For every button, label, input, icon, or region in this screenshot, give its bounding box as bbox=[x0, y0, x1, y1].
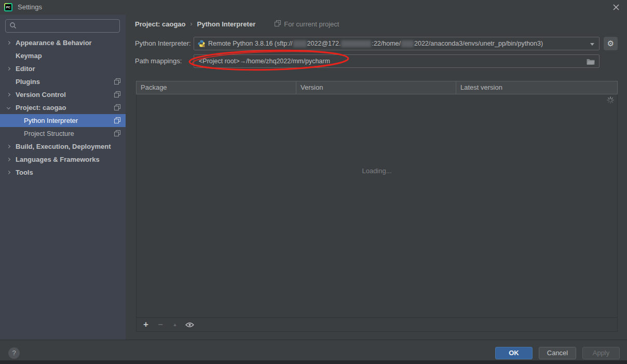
sidebar-item-label: Tools bbox=[16, 169, 33, 176]
remote-python-icon: R bbox=[198, 40, 205, 47]
settings-dialog: PC Settings Appearance & Behavior Keymap… bbox=[0, 0, 627, 364]
title-bar: PC Settings bbox=[0, 0, 627, 15]
sidebar-item-tools[interactable]: Tools bbox=[0, 166, 126, 179]
add-package-icon[interactable]: + bbox=[142, 320, 150, 329]
scope-indicator: For current project bbox=[275, 20, 339, 28]
breadcrumb-project: Project: caogao bbox=[135, 20, 186, 28]
gear-icon[interactable]: ⚙ bbox=[604, 37, 618, 50]
breadcrumb-page: Python Interpreter bbox=[197, 20, 256, 28]
browse-folder-icon[interactable] bbox=[587, 59, 595, 66]
sidebar-item-label: Project Structure bbox=[24, 130, 74, 137]
sidebar-item-appearance-behavior[interactable]: Appearance & Behavior bbox=[0, 36, 126, 49]
interpreter-value: Remote Python 3.8.16 (sftp://2022@172.:2… bbox=[208, 40, 543, 47]
sidebar-item-label: Project: caogao bbox=[16, 104, 66, 111]
chevron-right-icon bbox=[7, 93, 16, 96]
show-early-releases-icon[interactable] bbox=[185, 320, 194, 329]
redacted-text bbox=[401, 40, 414, 47]
redacted-text bbox=[293, 40, 307, 47]
scope-label: For current project bbox=[284, 20, 339, 28]
sidebar-item-editor[interactable]: Editor bbox=[0, 62, 126, 75]
project-scope-icon bbox=[114, 78, 120, 85]
loading-spinner-icon bbox=[607, 96, 614, 105]
sidebar-item-languages-frameworks[interactable]: Languages & Frameworks bbox=[0, 153, 126, 166]
column-header-latest-version[interactable]: Latest version bbox=[456, 81, 617, 94]
loading-status: Loading... bbox=[137, 167, 617, 175]
breadcrumb: Project: caogao › Python Interpreter For… bbox=[135, 19, 339, 29]
sidebar-item-label: Languages & Frameworks bbox=[16, 156, 100, 163]
project-scope-icon bbox=[114, 104, 120, 110]
search-icon bbox=[9, 22, 17, 31]
window-bottom-edge bbox=[0, 360, 627, 364]
settings-sidebar: Appearance & Behavior Keymap Editor Plug… bbox=[0, 15, 126, 340]
packages-table: Package Version Latest version Loading..… bbox=[136, 81, 618, 332]
chevron-right-icon bbox=[7, 41, 16, 44]
sidebar-item-keymap[interactable]: Keymap bbox=[0, 49, 126, 62]
sidebar-item-label: Build, Execution, Deployment bbox=[16, 143, 111, 150]
dropdown-arrow-icon bbox=[590, 43, 594, 46]
path-mappings-label: Path mappings: bbox=[135, 54, 182, 68]
path-mappings-value: <Project root>→/home/zhq2022/mm/pycharm bbox=[199, 58, 330, 65]
interpreter-label: Python Interpreter: bbox=[135, 37, 191, 50]
python-interpreter-panel: Project: caogao › Python Interpreter For… bbox=[126, 15, 627, 340]
column-header-version[interactable]: Version bbox=[296, 81, 456, 94]
cancel-button[interactable]: Cancel bbox=[539, 347, 576, 359]
search-input[interactable] bbox=[5, 19, 120, 33]
sidebar-item-version-control[interactable]: Version Control bbox=[0, 88, 126, 101]
apply-button[interactable]: Apply bbox=[582, 347, 620, 359]
upgrade-package-icon[interactable]: ▲ bbox=[171, 322, 179, 327]
ok-button[interactable]: OK bbox=[495, 347, 533, 359]
close-icon[interactable] bbox=[611, 3, 621, 12]
chevron-right-icon bbox=[7, 171, 16, 174]
sidebar-item-label: Keymap bbox=[16, 52, 42, 60]
column-header-package[interactable]: Package bbox=[137, 81, 296, 94]
sidebar-item-label: Python Interpreter bbox=[24, 117, 78, 124]
project-scope-icon bbox=[114, 91, 120, 97]
breadcrumb-separator: › bbox=[190, 20, 193, 27]
packages-table-body: Loading... bbox=[136, 94, 618, 317]
sidebar-item-python-interpreter[interactable]: Python Interpreter bbox=[0, 114, 126, 127]
chevron-down-icon bbox=[7, 106, 16, 109]
sidebar-item-build-execution-deployment[interactable]: Build, Execution, Deployment bbox=[0, 140, 126, 153]
sidebar-item-label: Appearance & Behavior bbox=[16, 39, 92, 47]
sidebar-item-project-structure[interactable]: Project Structure bbox=[0, 127, 126, 140]
window-title: Settings bbox=[18, 0, 42, 15]
path-mappings-field[interactable]: <Project root>→/home/zhq2022/mm/pycharm bbox=[194, 54, 599, 68]
packages-toolbar: + − ▲ bbox=[136, 317, 618, 332]
pycharm-logo-icon: PC bbox=[4, 3, 12, 11]
project-scope-icon bbox=[114, 130, 120, 136]
chevron-right-icon bbox=[7, 158, 16, 161]
remove-package-icon[interactable]: − bbox=[156, 320, 165, 329]
help-button[interactable]: ? bbox=[8, 347, 20, 359]
redacted-text bbox=[341, 40, 371, 47]
sidebar-item-plugins[interactable]: Plugins bbox=[0, 75, 126, 88]
sidebar-item-label: Editor bbox=[16, 65, 35, 73]
sidebar-item-project-caogao[interactable]: Project: caogao bbox=[0, 101, 126, 114]
sidebar-item-label: Version Control bbox=[16, 91, 66, 99]
dialog-footer: ? OK Cancel Apply bbox=[0, 340, 627, 360]
packages-table-header: Package Version Latest version bbox=[136, 81, 618, 94]
project-scope-icon bbox=[275, 20, 281, 28]
interpreter-dropdown[interactable]: R Remote Python 3.8.16 (sftp://2022@172.… bbox=[194, 37, 599, 50]
chevron-right-icon bbox=[7, 67, 16, 70]
project-scope-icon bbox=[114, 117, 120, 123]
chevron-right-icon bbox=[7, 145, 16, 148]
sidebar-item-label: Plugins bbox=[16, 78, 40, 86]
svg-text:R: R bbox=[202, 45, 205, 47]
